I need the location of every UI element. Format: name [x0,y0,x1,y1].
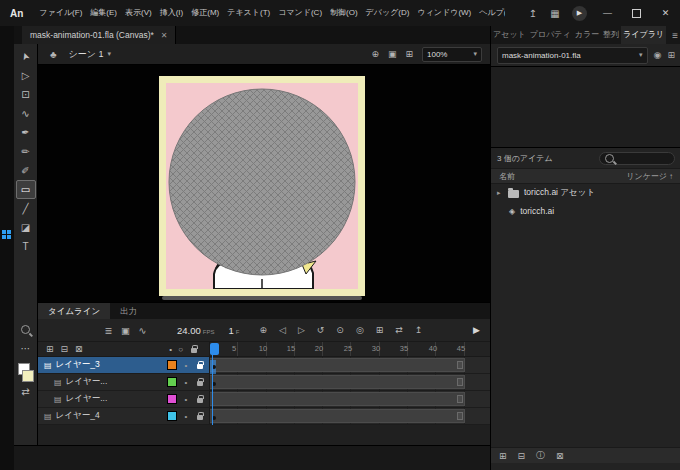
layer-frames[interactable] [210,391,490,407]
library-asset-row[interactable]: ◈ toricch.ai [491,202,680,220]
menu-commands[interactable]: コマンド(C) [274,0,326,26]
document-tab-close-icon[interactable]: ✕ [161,31,168,40]
show-all-layers-icon[interactable]: • [169,345,172,354]
delete-layer-button[interactable]: ⊠ [75,344,83,354]
tab-output[interactable]: 出力 [110,303,147,319]
frame-ruler[interactable]: 5 10 15 20 25 30 35 40 45 [210,342,490,356]
lock-all-layers-icon[interactable] [191,348,197,353]
pasteboard[interactable] [38,65,490,302]
menu-view[interactable]: 表示(V) [121,0,156,26]
subselection-tool[interactable]: ▷ [16,66,36,85]
zoom-level-select[interactable]: 100% ▾ [422,47,482,62]
layer-visibility-dot[interactable]: • [181,361,191,370]
fill-color-swatch[interactable] [22,370,34,382]
play-button[interactable]: ▶ [473,325,480,335]
more-tools-button[interactable]: ⋯ [16,339,36,358]
column-name[interactable]: 名前 [499,171,515,182]
layer-lock-icon[interactable] [197,398,203,403]
menu-help[interactable]: ヘルプ(H) [475,0,505,26]
tab-properties[interactable]: プロパティ [528,26,573,44]
layer-visibility-dot[interactable]: • [181,412,191,421]
layer-row[interactable]: ▤ レイヤー... • [38,374,490,391]
stage-canvas[interactable] [166,83,358,289]
layer-visibility-dot[interactable]: • [181,395,191,404]
tab-color[interactable]: カラー [573,26,601,44]
panel-menu-icon[interactable]: ≡ [672,30,678,41]
menu-file[interactable]: ファイル(F) [35,0,86,26]
document-tab[interactable]: mask-animation-01.fla (Canvas)* ✕ [22,26,176,44]
fps-field[interactable]: 24.00FPS [177,325,214,336]
lasso-tool[interactable]: ∿ [16,104,36,123]
line-tool[interactable]: ╱ [16,199,36,218]
layer-lock-icon[interactable] [197,364,203,369]
horizontal-scrollbar[interactable] [162,296,362,300]
menu-insert[interactable]: 挿入(I) [156,0,188,26]
close-button[interactable]: ✕ [651,0,680,26]
layer-name-cell[interactable]: ▤ レイヤー... • [38,374,210,390]
new-symbol-icon[interactable]: ⊞ [499,451,507,461]
step-back-icon[interactable]: ◁ [279,325,286,335]
center-frame-icon[interactable]: ⊕ [259,325,267,335]
layer-lock-icon[interactable] [197,415,203,420]
maximize-button[interactable] [622,0,651,26]
free-transform-tool[interactable]: ⊡ [16,85,36,104]
layer-color-chip[interactable] [167,377,177,387]
timeline-camera-icon[interactable]: ▣ [117,325,134,336]
layer-frames[interactable] [210,374,490,390]
new-library-panel-icon[interactable]: ⊞ [667,50,675,60]
workspace-icon[interactable]: ▦ [544,8,566,19]
menu-edit[interactable]: 編集(E) [86,0,121,26]
layer-color-chip[interactable] [167,360,177,370]
outline-all-layers-icon[interactable]: ○ [178,345,183,354]
menu-text[interactable]: テキスト(T) [223,0,274,26]
layer-lock-icon[interactable] [197,381,203,386]
pencil-tool[interactable]: ✏ [16,142,36,161]
layer-name-cell[interactable]: ▤ レイヤー_4 • [38,408,210,424]
properties-icon[interactable]: ⓘ [536,449,545,462]
search-input[interactable] [618,153,669,164]
library-document-select[interactable]: mask-animation-01.fla ▾ [497,47,648,64]
rectangle-tool[interactable]: ▭ [16,180,36,199]
tab-align[interactable]: 整列 [601,26,621,44]
edit-multiple-frames-icon[interactable]: ⊞ [376,325,384,335]
frame-span[interactable] [210,409,465,423]
menu-modify[interactable]: 修正(M) [187,0,223,26]
menu-control[interactable]: 制御(O) [326,0,362,26]
layers-panel-icon[interactable]: ≣ [100,325,117,336]
selection-tool[interactable]: ➤ [16,47,36,66]
layer-name-cell[interactable]: ▤ レイヤー... • [38,391,210,407]
zoom-tool[interactable] [16,320,36,339]
clip-content-icon[interactable]: ⊞ [405,49,413,59]
layer-row[interactable]: ▤ レイヤー... • [38,391,490,408]
loop-icon[interactable]: ↺ [317,325,325,335]
layer-frames[interactable] [210,357,490,373]
layer-visibility-dot[interactable]: • [181,378,191,387]
column-linkage[interactable]: リンケージ [626,171,667,182]
delete-item-icon[interactable]: ⊠ [556,451,564,461]
layer-row[interactable]: ▤ レイヤー_3 • [38,357,490,374]
layer-color-chip[interactable] [167,411,177,421]
onion-outline-icon[interactable]: ◎ [356,325,364,335]
text-tool[interactable]: T [16,237,36,256]
menu-window[interactable]: ウィンドウ(W) [413,0,475,26]
swap-frames-icon[interactable]: ⇄ [395,325,403,335]
library-search-box[interactable] [599,152,675,165]
playhead[interactable] [210,343,219,355]
share-icon[interactable]: ↥ [522,8,544,19]
new-folder-icon[interactable]: ⊟ [518,451,526,461]
add-folder-button[interactable]: ⊟ [61,344,69,354]
swap-colors-icon[interactable]: ⇄ [16,382,36,401]
scene-dropdown-icon[interactable]: ▾ [108,50,112,58]
tab-timeline[interactable]: タイムライン [38,303,110,319]
pin-library-icon[interactable]: ◉ [654,50,662,60]
test-movie-icon[interactable]: ▶ [572,6,587,21]
tab-assets[interactable]: アセット [491,26,528,44]
export-frame-icon[interactable]: ↥ [415,325,423,335]
layer-color-chip[interactable] [167,394,177,404]
layer-row[interactable]: ▤ レイヤー_4 • [38,408,490,425]
frame-span[interactable] [210,392,465,406]
pen-tool[interactable]: ✒ [16,123,36,142]
camera-icon[interactable]: ▣ [388,49,397,59]
onion-skin-icon[interactable]: ⊙ [336,325,344,335]
windows-start-icon[interactable] [2,230,12,240]
